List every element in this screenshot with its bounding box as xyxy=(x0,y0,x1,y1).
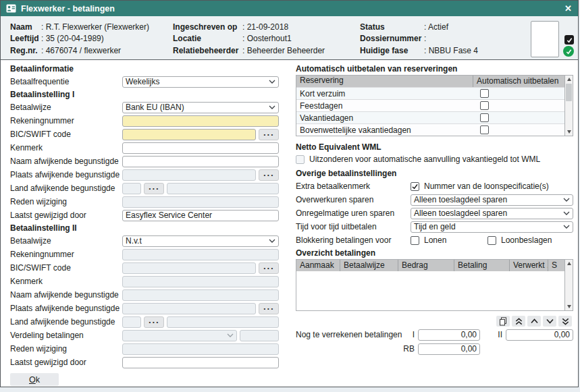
onregelmatige-label: Onregelmatige uren sparen xyxy=(296,208,411,218)
move-top-button[interactable] xyxy=(512,316,525,327)
tijdvoortijd-select[interactable]: Tijd en geld xyxy=(411,221,573,233)
section-overzicht-betalingen: Overzicht betalingen xyxy=(296,248,573,258)
section-betaalinformatie: Betaalinformatie xyxy=(10,64,279,74)
bic-input-1[interactable] xyxy=(122,129,256,140)
double-chevron-up-icon xyxy=(515,317,523,326)
auto-uitbetalen-checkbox[interactable] xyxy=(480,101,489,110)
naam-label: Naam xyxy=(10,22,41,32)
betaalfrequentie-select[interactable]: Wekelijks xyxy=(122,76,279,88)
naam-afwijkend-input-1[interactable] xyxy=(122,156,279,167)
betaalwijze-select-2[interactable]: N.v.t xyxy=(122,235,279,247)
lonen-label: Lonen xyxy=(424,235,487,245)
section-reserveringen: Automatisch uitbetalen van reserveringen xyxy=(296,64,573,74)
overzicht-scrollbar[interactable] xyxy=(564,259,573,311)
header-checkbox-checked[interactable] xyxy=(564,35,574,45)
verrekenen-i-label: I xyxy=(402,330,415,339)
copy-button[interactable] xyxy=(496,316,510,327)
scrollbar-thumb[interactable] xyxy=(566,84,572,101)
auto-uitbetalen-checkbox[interactable] xyxy=(480,89,489,98)
plaats-afwijkend-input-2 xyxy=(122,303,256,314)
auto-uitbetalen-checkbox[interactable] xyxy=(480,113,489,122)
betaalwijze-label: Betaalwijze xyxy=(10,103,122,112)
naam-afwijkend-input-2 xyxy=(122,289,279,301)
scroll-down-icon[interactable] xyxy=(565,303,573,310)
huidigefase-value: : NBBU Fase 4 xyxy=(424,46,478,55)
reserveringen-table: Reservering Automatisch uitbetalen Kort … xyxy=(296,75,573,136)
chevron-down-icon xyxy=(227,333,234,337)
scroll-up-icon[interactable] xyxy=(565,260,573,267)
column-header-verwerkt: Verwerkt ... xyxy=(510,260,548,271)
leeftijd-value: : 35 (20-04-1989) xyxy=(41,34,104,43)
naam-value: : R.T. Flexwerker (Flexwerker) xyxy=(41,22,149,32)
selected-value: N.v.t xyxy=(126,236,142,246)
loonspecificatie-checkbox-checked[interactable] xyxy=(411,182,419,191)
bic-lookup-button-2[interactable]: ··· xyxy=(259,262,279,274)
land-lookup-button-2[interactable]: ··· xyxy=(144,316,164,328)
relatiebeheerder-label: Relatiebeheerder xyxy=(173,46,242,55)
column-header-betaalwijze: Betaalwijze xyxy=(340,260,398,271)
blokkering-loonbeslagen-checkbox[interactable] xyxy=(487,236,496,245)
blokkering-lonen-checkbox[interactable] xyxy=(411,236,419,245)
locatie-value: : Oosterhout1 xyxy=(242,34,292,43)
ingeschreven-value: : 21-09-2018 xyxy=(242,22,288,32)
onregelmatige-select[interactable]: Alleen toeslagdeel sparen xyxy=(411,208,573,219)
section-betaalinstelling-2: Betaalinstelling II xyxy=(10,223,279,233)
move-up-button[interactable] xyxy=(527,316,541,327)
reserveringen-scrollbar[interactable] xyxy=(564,75,573,136)
auto-uitbetalen-checkbox[interactable] xyxy=(480,125,489,134)
chevron-down-icon xyxy=(546,317,554,325)
regnr-label: Reg.nr. xyxy=(10,46,41,55)
overwerkuren-label: Overwerkuren sparen xyxy=(296,195,411,204)
reservering-naam: Kort verzuim xyxy=(296,89,473,99)
selected-value: Wekelijks xyxy=(126,77,159,86)
regnr-value: : 4676074 / flexwerker xyxy=(41,46,121,55)
bic-lookup-button-1[interactable]: ··· xyxy=(259,129,279,140)
plaats-lookup-button-1[interactable]: ··· xyxy=(259,169,279,181)
window-title: Flexwerker - betalingen xyxy=(21,4,115,13)
verdeling-label: Verdeling betalingen xyxy=(10,331,122,340)
land-naam-input-2 xyxy=(167,316,279,328)
verrekenen-rb-input[interactable] xyxy=(418,343,480,355)
reservering-naam: Vakantiedagen xyxy=(296,113,473,123)
loonspecificatie-label: Nummer van de loonspecificatie(s) xyxy=(424,181,549,191)
laatst-gewijzigd-input-1[interactable] xyxy=(122,210,279,221)
scroll-up-icon[interactable] xyxy=(565,76,573,83)
kenmerk-input-1[interactable] xyxy=(122,142,279,154)
section-netto-equivalent-wml: Netto Equivalent WML xyxy=(296,142,573,152)
selected-value: Alleen toeslagdeel sparen xyxy=(414,208,507,218)
overwerkuren-select[interactable]: Alleen toeslagdeel sparen xyxy=(411,194,573,206)
overzicht-betalingen-table: Aanmaak Betaalwijze Bedrag Betaling Verw… xyxy=(296,259,573,311)
selected-value: Bank EU (IBAN) xyxy=(126,103,184,112)
chevron-down-icon xyxy=(563,198,570,202)
person-header: Naam: R.T. Flexwerker (Flexwerker) Leeft… xyxy=(1,16,578,60)
check-icon xyxy=(566,49,572,55)
chevron-down-icon xyxy=(269,239,275,243)
reden-label: Reden wijziging xyxy=(10,344,122,354)
column-header-reservering: Reservering xyxy=(296,76,473,87)
close-icon[interactable]: ✕ xyxy=(564,4,572,13)
chevron-down-icon xyxy=(563,211,570,215)
ok-button[interactable]: Ok xyxy=(10,373,59,386)
naam-afwijkend-label: Naam afwijkende begunstigde xyxy=(10,157,122,166)
selected-value: Alleen toeslagdeel sparen xyxy=(414,195,507,204)
betaalwijze-select-1[interactable]: Bank EU (IBAN) xyxy=(122,102,279,113)
rekeningnummer-input-1[interactable] xyxy=(122,115,279,127)
move-bottom-button[interactable] xyxy=(558,316,572,327)
plaats-lookup-button-2[interactable]: ··· xyxy=(259,303,279,314)
verrekenen-ii-label: II xyxy=(492,330,502,339)
table-row: Bovenwettelijke vakantiedagen xyxy=(296,123,564,136)
land-lookup-button-1[interactable]: ··· xyxy=(144,183,164,194)
kenmerk-label: Kenmerk xyxy=(10,143,122,152)
betaalinstellingen-panel: Automatisch uitbetalen van reserveringen… xyxy=(296,63,573,387)
copy-icon xyxy=(499,317,507,326)
uitzonderen-wml-label: Uitzonderen voor automatische aanvulling… xyxy=(309,155,540,164)
verrekenen-ii-input[interactable] xyxy=(506,329,573,341)
move-down-button[interactable] xyxy=(543,316,556,327)
plaats-afwijkend-input-1 xyxy=(122,169,256,181)
column-header-bedrag: Bedrag xyxy=(398,260,454,271)
verrekenen-i-input[interactable] xyxy=(418,329,480,341)
laatst-gewijzigd-input-2[interactable] xyxy=(122,357,279,368)
photo-placeholder[interactable] xyxy=(531,21,559,57)
chevron-down-icon xyxy=(269,105,275,109)
scroll-down-icon[interactable] xyxy=(565,128,573,136)
